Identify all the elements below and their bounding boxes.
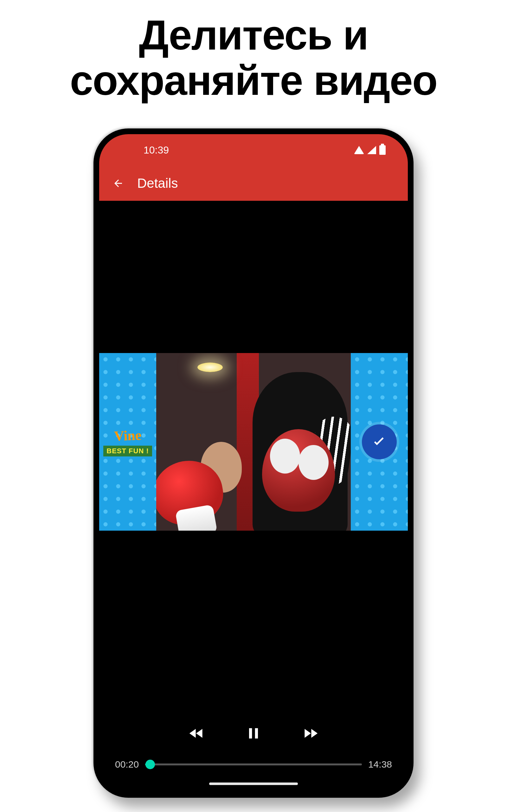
- progress-thumb[interactable]: [146, 760, 155, 769]
- headline-line1: Делитесь и: [0, 13, 507, 58]
- home-indicator[interactable]: [209, 782, 298, 785]
- progress-slider[interactable]: [145, 763, 362, 765]
- pause-icon: [245, 724, 262, 742]
- status-time: 10:39: [144, 144, 169, 156]
- battery-icon: [379, 145, 386, 155]
- phone-mockup: 10:39 Details Vine BEST FUN !: [94, 129, 413, 798]
- video-player[interactable]: Vine BEST FUN !: [99, 201, 408, 792]
- signal-icon: [367, 146, 376, 154]
- app-bar: Details: [99, 166, 408, 201]
- back-button[interactable]: [112, 177, 124, 190]
- vine-logo: Vine: [114, 427, 142, 444]
- elapsed-time: 00:20: [115, 759, 139, 770]
- verified-badge-icon: [362, 424, 397, 459]
- total-time: 14:38: [368, 759, 392, 770]
- best-fun-tag: BEST FUN !: [103, 446, 152, 456]
- arrow-left-icon: [112, 177, 124, 189]
- pause-button[interactable]: [242, 722, 265, 745]
- playback-controls: [99, 722, 408, 745]
- progress-row: 00:20 14:38: [115, 759, 392, 770]
- video-right-panel: [351, 353, 408, 531]
- appbar-title: Details: [137, 176, 178, 191]
- fast-forward-icon: [302, 724, 320, 742]
- video-frame: Vine BEST FUN !: [99, 353, 408, 531]
- forward-button[interactable]: [299, 722, 322, 745]
- promo-headline: Делитесь и сохраняйте видео: [0, 0, 507, 103]
- wifi-icon: [354, 146, 364, 154]
- status-bar: 10:39: [99, 134, 408, 166]
- video-left-panel: Vine BEST FUN !: [99, 353, 156, 531]
- headline-line2: сохраняйте видео: [0, 58, 507, 103]
- phone-screen: 10:39 Details Vine BEST FUN !: [99, 134, 408, 792]
- rewind-icon: [187, 724, 205, 742]
- video-thumbnail: [156, 353, 351, 531]
- rewind-button[interactable]: [185, 722, 208, 745]
